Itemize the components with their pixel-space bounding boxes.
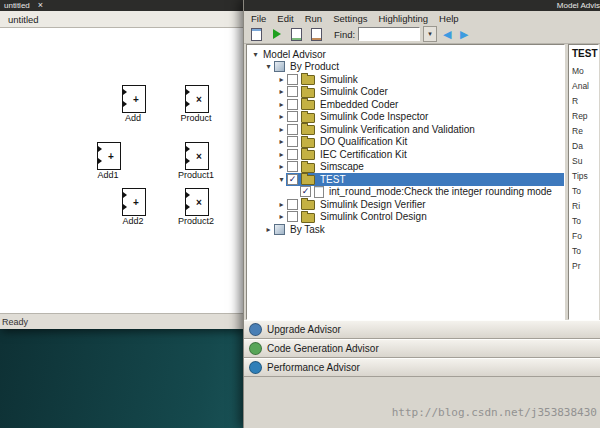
checkbox[interactable] <box>287 149 298 160</box>
tree-item-simulink-control-design[interactable]: ▸Simulink Control Design <box>247 211 564 224</box>
checkbox[interactable] <box>287 124 298 135</box>
detail-panel: TEST MoAnalRRepReDaSuTipsToRiToFoToPr <box>568 44 599 320</box>
detail-line: Ri <box>572 201 598 211</box>
checkbox[interactable]: ✓ <box>287 174 298 185</box>
checkbox[interactable] <box>287 99 298 110</box>
play-glyph <box>273 29 281 39</box>
advisor-check-tree[interactable]: ▾Model Advisor▾By Product▸Simulink▸Simul… <box>246 44 565 320</box>
tree-item-model-advisor[interactable]: ▾Model Advisor <box>247 48 564 61</box>
tree-item-simulink-design-verifier[interactable]: ▸Simulink Design Verifier <box>247 198 564 211</box>
folder-icon <box>301 200 315 210</box>
find-dropdown-icon[interactable] <box>423 26 437 42</box>
block-product1[interactable]: × <box>185 142 209 170</box>
menu-file[interactable]: File <box>251 13 266 24</box>
tree-item-label: By Product <box>288 61 341 72</box>
export-report-icon[interactable] <box>288 27 305 42</box>
tree-item-test[interactable]: ▾✓TEST <box>247 173 564 186</box>
block-product2[interactable]: × <box>185 188 209 216</box>
editor-breadcrumb: untitled <box>0 11 243 28</box>
right-arrow-icon[interactable]: ▸ <box>277 150 286 159</box>
tree-item-content: Simulink Code Inspector <box>286 111 564 124</box>
right-arrow-icon[interactable]: ▸ <box>277 162 286 171</box>
menu-edit[interactable]: Edit <box>277 13 293 24</box>
menu-run[interactable]: Run <box>305 13 322 24</box>
checkbox[interactable] <box>287 136 298 147</box>
detail-line: Rep <box>572 111 598 121</box>
tree-item-simulink[interactable]: ▸Simulink <box>247 73 564 86</box>
tree-item-simulink-coder[interactable]: ▸Simulink Coder <box>247 86 564 99</box>
input-port-icon <box>98 158 102 164</box>
find-input[interactable] <box>358 27 420 41</box>
checkbox[interactable] <box>287 161 298 172</box>
tree-item-by-task[interactable]: ▸By Task <box>247 223 564 236</box>
menu-help[interactable]: Help <box>439 13 459 24</box>
code-generation-advisor-icon <box>249 342 262 355</box>
checkbox[interactable] <box>287 86 298 97</box>
folder-icon <box>301 75 315 85</box>
tree-item-simscape[interactable]: ▸Simscape <box>247 161 564 174</box>
down-arrow-icon[interactable]: ▾ <box>264 62 273 71</box>
checkbox[interactable] <box>287 111 298 122</box>
block-add[interactable]: + <box>122 85 146 113</box>
tree-item-content: Simulink Coder <box>286 86 564 99</box>
tree-item-label: Simulink <box>318 74 360 85</box>
detail-panel-title: TEST <box>572 48 598 59</box>
block-add2[interactable]: + <box>122 188 146 216</box>
tree-item-simulink-verification-and-validation[interactable]: ▸Simulink Verification and Validation <box>247 123 564 136</box>
find-previous-icon[interactable] <box>440 27 454 41</box>
tree-item-by-product[interactable]: ▾By Product <box>247 61 564 74</box>
tree-item-int-round-mode-check-the-integer-rounding-mode[interactable]: ✓int_round_mode:Check the integer roundi… <box>247 186 564 199</box>
block-symbol: × <box>196 151 202 162</box>
tree-item-simulink-code-inspector[interactable]: ▸Simulink Code Inspector <box>247 111 564 124</box>
print-report-icon[interactable] <box>308 27 325 42</box>
menu-settings[interactable]: Settings <box>333 13 367 24</box>
checkbox[interactable] <box>287 211 298 222</box>
checkbox[interactable] <box>287 199 298 210</box>
tree-item-do-qualification-kit[interactable]: ▸DO Qualification Kit <box>247 136 564 149</box>
performance-advisor-bar[interactable]: Performance Advisor <box>244 358 600 377</box>
folder-icon <box>301 138 315 148</box>
advisor-titlebar[interactable]: Model Advis <box>244 0 600 11</box>
right-arrow-icon[interactable]: ▸ <box>277 125 286 134</box>
run-checks-icon[interactable] <box>268 27 285 42</box>
model-name[interactable]: untitled <box>8 14 39 25</box>
close-icon[interactable]: × <box>38 1 43 10</box>
checkbox[interactable]: ✓ <box>300 186 311 197</box>
right-arrow-icon[interactable]: ▸ <box>277 212 286 221</box>
detail-panel-lines: MoAnalRRepReDaSuTipsToRiToFoToPr <box>572 66 598 271</box>
right-arrow-icon[interactable]: ▸ <box>264 225 273 234</box>
right-arrow-icon[interactable]: ▸ <box>277 100 286 109</box>
tree-item-label: Simscape <box>318 161 366 172</box>
right-arrow-icon[interactable]: ▸ <box>277 112 286 121</box>
right-arrow-icon[interactable]: ▸ <box>277 75 286 84</box>
down-arrow-icon[interactable]: ▾ <box>251 50 260 59</box>
checkbox[interactable] <box>287 74 298 85</box>
report-icon[interactable] <box>248 27 265 42</box>
detail-line: Mo <box>572 66 598 76</box>
block-product[interactable]: × <box>185 85 209 113</box>
right-arrow-icon[interactable]: ▸ <box>277 137 286 146</box>
tree-item-content: Simscape <box>286 161 564 174</box>
right-arrow-icon[interactable]: ▸ <box>277 200 286 209</box>
right-arrow-icon[interactable]: ▸ <box>277 87 286 96</box>
performance-advisor-icon <box>249 361 262 374</box>
model-canvas[interactable]: +Add×Product+Add1×Product1+Add2×Product2 <box>0 28 243 313</box>
tree-item-iec-certification-kit[interactable]: ▸IEC Certification Kit <box>247 148 564 161</box>
simulink-editor-window: untitled × untitled +Add×Product+Add1×Pr… <box>0 0 243 329</box>
tree-item-content: By Task <box>273 223 564 236</box>
upgrade-advisor-icon <box>249 323 262 336</box>
tree-item-label: Model Advisor <box>261 49 328 60</box>
block-add1[interactable]: + <box>97 142 121 170</box>
code-generation-advisor-bar[interactable]: Code Generation Advisor <box>244 339 600 358</box>
editor-titlebar[interactable]: untitled × <box>0 0 243 11</box>
detail-line: To <box>572 186 598 196</box>
menu-highlighting[interactable]: Highlighting <box>378 13 428 24</box>
upgrade-advisor-bar[interactable]: Upgrade Advisor <box>244 320 600 339</box>
detail-line: Da <box>572 141 598 151</box>
tree-item-label: Simulink Coder <box>318 86 390 97</box>
down-arrow-icon[interactable]: ▾ <box>277 175 286 184</box>
detail-line: To <box>572 216 598 226</box>
tree-item-embedded-coder[interactable]: ▸Embedded Coder <box>247 98 564 111</box>
detail-line: R <box>572 96 598 106</box>
find-next-icon[interactable] <box>457 27 471 41</box>
